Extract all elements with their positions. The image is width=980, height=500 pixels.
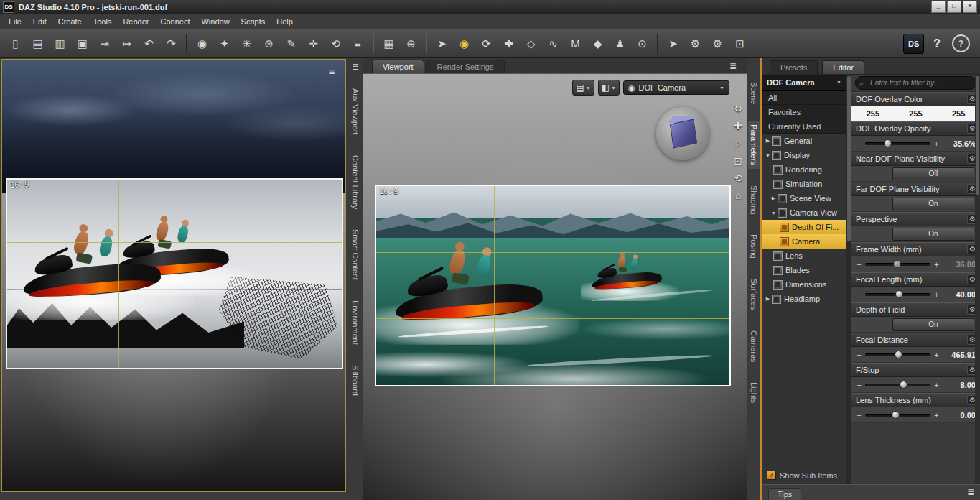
tree-scrollbar[interactable] [846, 75, 851, 484]
tab-content-library[interactable]: Content Library [350, 152, 361, 212]
orbit-tool-icon[interactable]: ⟳ [477, 34, 495, 53]
tree-item-rendering[interactable]: Rendering [762, 162, 846, 177]
toggle-button[interactable]: On [892, 228, 974, 241]
slider-decrement[interactable]: − [856, 290, 862, 299]
powerpose-icon[interactable]: ⚙ [686, 34, 704, 53]
expander-icon[interactable]: ▼ [770, 210, 778, 216]
list-item-currently-used[interactable]: Currently Used [762, 119, 846, 134]
tab-aux-viewport[interactable]: Aux Viewport [350, 85, 361, 138]
pane-menu-icon[interactable]: ≣ [729, 62, 737, 70]
toggle-button[interactable]: Off [892, 167, 974, 180]
tab-cameras[interactable]: Cameras [748, 327, 760, 366]
toggle-button[interactable]: On [892, 318, 974, 331]
tab-viewport[interactable]: Viewport [372, 60, 424, 73]
list-item-all[interactable]: All [762, 91, 846, 105]
slider-increment[interactable]: + [933, 290, 940, 299]
parameters-camera-dropdown[interactable]: DOF Camera ▼ [762, 75, 846, 91]
slider-decrement[interactable]: − [856, 139, 862, 148]
scrollbar-thumb[interactable] [976, 76, 979, 195]
properties-scrollbar[interactable] [975, 75, 980, 484]
slider-thumb[interactable] [893, 260, 901, 268]
slider-track[interactable] [865, 384, 930, 386]
rotate-tool-icon[interactable]: ◉ [455, 34, 473, 53]
menu-window[interactable]: Window [195, 16, 235, 27]
tab-environment[interactable]: Environment [350, 297, 361, 348]
view-cube-front-face[interactable] [670, 119, 697, 149]
export-icon[interactable]: ↦ [118, 34, 136, 53]
render-icon[interactable]: ▦ [380, 34, 398, 53]
menu-file[interactable]: File [3, 16, 27, 27]
new-file-icon[interactable]: ▯ [6, 34, 24, 53]
create-camera-icon[interactable]: ◉ [193, 34, 211, 53]
slider-increment[interactable]: + [933, 260, 940, 269]
dform-tool-icon[interactable]: ∿ [544, 34, 562, 53]
tab-surfaces[interactable]: Surfaces [748, 275, 760, 313]
create-distant-light-icon[interactable]: ⊛ [260, 34, 278, 53]
tree-item-display[interactable]: ▼ Display [762, 148, 846, 162]
tree-item-camera[interactable]: Camera [762, 234, 846, 249]
create-null-icon[interactable]: ✛ [304, 34, 322, 53]
slider-thumb[interactable] [884, 139, 892, 147]
slider-track[interactable] [865, 263, 930, 266]
slider-thumb[interactable] [895, 351, 902, 358]
slider-decrement[interactable]: − [856, 411, 862, 420]
tab-parameters[interactable]: Parameters [748, 121, 760, 169]
scrollbar-thumb[interactable] [847, 76, 851, 241]
tree-item-lens[interactable]: Lens [762, 249, 846, 263]
color-value-row[interactable]: 255 255 255 [851, 106, 980, 121]
slider-increment[interactable]: + [933, 381, 940, 389]
frame-icon[interactable]: ⊡ [734, 155, 742, 167]
maximize-button[interactable]: □ [947, 1, 961, 13]
redo-icon[interactable]: ↷ [162, 34, 180, 53]
slider-thumb[interactable] [895, 290, 903, 298]
tab-billboard[interactable]: Billboard [350, 362, 361, 399]
tab-smart-content[interactable]: Smart Content [350, 226, 361, 283]
create-instance-icon[interactable]: ⟲ [327, 34, 345, 53]
tab-lights[interactable]: Lights [748, 379, 760, 407]
pane-menu-icon[interactable]: ≣ [352, 62, 359, 71]
pane-menu-icon[interactable]: ≣ [967, 488, 974, 496]
scale-tool-icon[interactable]: ◇ [522, 34, 540, 53]
draw-style-button[interactable]: ▤▼ [572, 80, 594, 96]
pan-icon[interactable]: ✚ [734, 120, 742, 131]
slider-track[interactable] [865, 353, 930, 356]
slider-decrement[interactable]: − [856, 351, 862, 359]
filter-input[interactable] [855, 76, 976, 90]
tree-item-scene-view[interactable]: ▶ Scene View [762, 191, 846, 205]
show-sub-items-control[interactable]: ✓ Show Sub Items [767, 471, 837, 480]
render-settings-icon[interactable]: ⊕ [402, 34, 420, 53]
zoom-icon[interactable]: ⌕ [735, 137, 741, 149]
menu-help[interactable]: Help [271, 16, 299, 27]
tree-item-blades[interactable]: Blades [762, 263, 846, 277]
create-spotlight-icon[interactable]: ✦ [215, 34, 233, 53]
figure-setup-icon[interactable]: ♟ [611, 34, 629, 53]
pane-menu-icon[interactable]: ≣ [328, 68, 335, 77]
align-icon[interactable]: ≡ [349, 34, 367, 53]
color-b-value[interactable]: 255 [952, 109, 965, 118]
tree-item-headlamp[interactable]: ▶ Headlamp [762, 292, 846, 306]
slider-track[interactable] [865, 293, 930, 296]
camera-selector-dropdown[interactable]: ◉ DOF Camera ▼ [623, 80, 729, 95]
checkbox-icon[interactable]: ✓ [767, 471, 776, 480]
viewport-3d[interactable]: ▤▼ ◧▼ ◉ DOF Camera ▼ ↻ ✚ ⌕ ⊡ ⟲ ⌂ [363, 74, 747, 500]
tab-posing[interactable]: Posing [748, 231, 760, 262]
camera-tool-icon[interactable]: ⊙ [633, 34, 651, 53]
slider-thumb[interactable] [892, 411, 900, 419]
tab-editor[interactable]: Editor [822, 60, 864, 74]
daz-connect-icon[interactable]: DS [903, 34, 924, 54]
expander-icon[interactable]: ▼ [764, 153, 772, 158]
render-preview-icon[interactable]: ⊡ [731, 34, 749, 53]
save-file-icon[interactable]: ▣ [73, 34, 91, 53]
tree-item-depth-of-field[interactable]: Depth Of Fi... [762, 220, 846, 234]
open-file-icon[interactable]: ▤ [29, 34, 47, 53]
tab-presets[interactable]: Presets [770, 60, 818, 74]
node-selection-tool-icon[interactable]: ➤ [433, 34, 451, 53]
slider-decrement[interactable]: − [856, 260, 862, 269]
list-item-favorites[interactable]: Favorites [762, 105, 846, 119]
region-navigator-icon[interactable]: ➤ [664, 34, 682, 53]
tips-tab[interactable]: Tips [768, 488, 801, 500]
minimize-button[interactable]: _ [931, 1, 946, 13]
expander-icon[interactable]: ▶ [764, 138, 772, 144]
create-point-light-icon[interactable]: ✳ [238, 34, 256, 53]
color-r-value[interactable]: 255 [867, 109, 879, 118]
